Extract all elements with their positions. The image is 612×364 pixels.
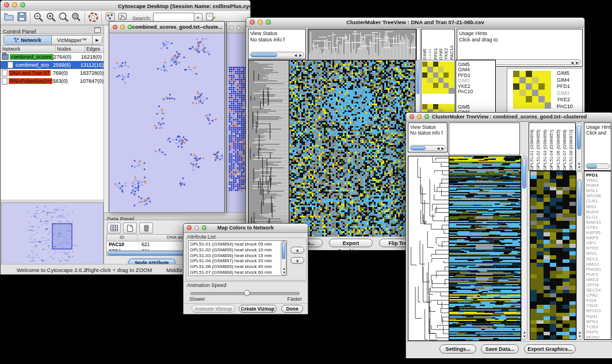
- new-doc-icon[interactable]: [123, 223, 137, 233]
- gene-label: HAP3: [586, 235, 611, 240]
- open-folder-icon[interactable]: [3, 12, 16, 24]
- create-vizmap-button[interactable]: Create Vizmap: [239, 305, 277, 313]
- table-grid-icon[interactable]: [107, 223, 121, 233]
- animate-vizmap-button[interactable]: Animate Vizmap: [192, 305, 235, 313]
- matrix-cell: [443, 83, 449, 88]
- network-row[interactable]: combined_sco2569(6)13112(15): [1, 61, 104, 69]
- treeview1-titlebar[interactable]: ClusterMaker TreeView : DNA and Tran 07-…: [246, 18, 584, 28]
- matrix-cell: [538, 71, 545, 77]
- matrix-cell: [427, 67, 433, 72]
- main-titlebar[interactable]: Cytoscape Desktop (Session Name: collins…: [1, 1, 250, 12]
- matrix-cell: [513, 71, 519, 77]
- matrix-cell: [433, 62, 438, 67]
- attribute-list-vscrollbar[interactable]: ▲ ▼: [281, 241, 286, 275]
- treeview2-row-dendrogram[interactable]: [408, 156, 449, 341]
- attribute-list[interactable]: GPL51-01 (GSM854) heat shock 05 minGPL51…: [188, 240, 287, 276]
- matrix-cell: [449, 83, 454, 88]
- gene-label: RPO21: [586, 308, 611, 313]
- export-graphics-button[interactable]: Export Graphics...: [524, 344, 576, 354]
- slider-thumb[interactable]: [244, 290, 250, 296]
- treeview2-zoom-heatmap[interactable]: [530, 171, 576, 340]
- export-graphics-button[interactable]: Export Graphics...: [329, 239, 373, 247]
- network-row[interactable]: RNAPuberNov2+I563(0)107847(0): [1, 77, 104, 85]
- column-label: GPL51-01 (GSM854): [529, 124, 536, 170]
- tab-network[interactable]: Network: [4, 36, 52, 44]
- treeview2-vscrollbar[interactable]: ▲ ▼: [521, 156, 527, 340]
- usage-hints-hscrollbar[interactable]: [586, 163, 610, 169]
- save-icon[interactable]: [16, 12, 28, 24]
- treeview2-titlebar[interactable]: ClusterMaker TreeView : combined_scores_…: [406, 113, 612, 122]
- matrix-cell: [545, 96, 551, 102]
- minimize-button[interactable]: [12, 2, 17, 7]
- treeview2-zoom-vscrollbar[interactable]: ▲ ▼: [576, 171, 583, 340]
- move-up-button[interactable]: ∧: [290, 247, 304, 254]
- minimize-button[interactable]: [120, 25, 125, 29]
- view-status-hscrollbar[interactable]: ◀ ▶: [410, 145, 446, 151]
- tab-vizmapper[interactable]: VizMapper™: [52, 36, 93, 44]
- matrix-cell: [449, 67, 454, 72]
- move-down-button[interactable]: ∨: [290, 257, 304, 264]
- network-view-window-1: combined_scores_good.txt--cluste...: [109, 21, 225, 212]
- close-button[interactable]: [4, 2, 9, 7]
- tab-overflow-arrow[interactable]: ▶: [93, 36, 102, 44]
- matrix-cell: [427, 78, 433, 83]
- attribute-list-item[interactable]: GPL51-06 (GSM865) heat shock 40 min: [189, 264, 286, 270]
- treeview2-collabel-vscrollbar[interactable]: ▲ ▼: [576, 122, 582, 171]
- treeview1-global-heatmap[interactable]: [289, 60, 415, 237]
- birdseye-canvas[interactable]: [1, 202, 104, 265]
- animation-speed-slider[interactable]: [190, 292, 300, 295]
- help-lifering-icon[interactable]: [87, 12, 100, 24]
- minimize-button[interactable]: [236, 25, 241, 30]
- zoom-selected-icon[interactable]: [70, 12, 83, 24]
- matrix-cell: [526, 71, 532, 77]
- control-panel-tabs: Network VizMapper™ ▶: [1, 34, 104, 45]
- matrix-cell: [526, 96, 532, 102]
- zoom-button[interactable]: [128, 25, 132, 29]
- treeview1-row-dendrogram[interactable]: [248, 60, 289, 237]
- zoom-in-icon[interactable]: [45, 12, 58, 24]
- zoom-out-icon[interactable]: [32, 12, 45, 24]
- gene-label: KAP95: [586, 230, 611, 235]
- attribute-list-item[interactable]: GPL51-01 (GSM854) heat shock 05 min: [189, 242, 286, 247]
- gene-label: PFD1: [557, 83, 573, 90]
- map-dialog-titlebar[interactable]: Map Colors to Network: [183, 224, 308, 233]
- matrix-row: [422, 62, 454, 67]
- attribute-list-item[interactable]: GPL51-02 (GSM855) heat shock 10 min: [189, 247, 286, 253]
- close-button[interactable]: [113, 25, 117, 29]
- zoom-fit-icon[interactable]: [58, 12, 70, 24]
- gene-label: FIG4: [586, 298, 611, 303]
- float-panel-icon[interactable]: [94, 27, 101, 33]
- attribute-list-item[interactable]: GPL51-04 (GSM857) heat shock 20 min: [189, 258, 286, 264]
- gene-label: SPC98: [586, 193, 611, 198]
- zoom-button[interactable]: [20, 2, 25, 7]
- settings-button[interactable]: Settings...: [439, 344, 476, 354]
- correlation-matrix[interactable]: [422, 62, 454, 94]
- network-row[interactable]: DNA and Tran 07769(0)183728(0): [1, 69, 104, 77]
- gene-label: ELG1: [586, 214, 611, 220]
- treeview2-usage-hints: Usage Hints Click and: [584, 122, 611, 171]
- row-value: 621: [139, 242, 150, 248]
- network-row[interactable]: combined_scores_2764(0)16218(0): [1, 53, 104, 61]
- gene-label: SEC24: [586, 288, 611, 293]
- matrix-cell: [538, 83, 545, 90]
- network-canvas-1[interactable]: [109, 33, 224, 212]
- done-button[interactable]: Done: [281, 305, 303, 313]
- treeview2-column-dendrogram[interactable]: [449, 122, 520, 155]
- gene-label: SEC1: [586, 256, 611, 262]
- attribute-list-item[interactable]: GPL51-07 (GSM868) heat shock 60 min: [189, 270, 286, 275]
- matrix-cell: [449, 62, 454, 67]
- correlation-matrix-zoom[interactable]: [513, 71, 551, 109]
- save-data-button[interactable]: Save Data...: [481, 344, 519, 354]
- treeview2-global-heatmap[interactable]: [449, 156, 521, 341]
- view-status-hscrollbar[interactable]: ◀ ▶: [250, 52, 304, 58]
- trash-icon[interactable]: [139, 223, 153, 233]
- treeview1-column-dendrogram[interactable]: [308, 29, 416, 60]
- attribute-list-item[interactable]: GPL51-03 (GSM856) heat shock 15 min: [189, 253, 286, 259]
- map-colors-dialog: Map Colors to Network Attribute List GPL…: [183, 223, 308, 315]
- matrix-cell: [526, 77, 532, 83]
- network-window-titlebar[interactable]: combined_scores_good.txt--cluste...: [109, 22, 224, 33]
- matrix-cell: [438, 83, 443, 88]
- control-panel-body: [1, 85, 104, 200]
- main-window-title: Cytoscape Desktop (Session Name: collins…: [118, 3, 254, 9]
- close-button[interactable]: [230, 25, 234, 30]
